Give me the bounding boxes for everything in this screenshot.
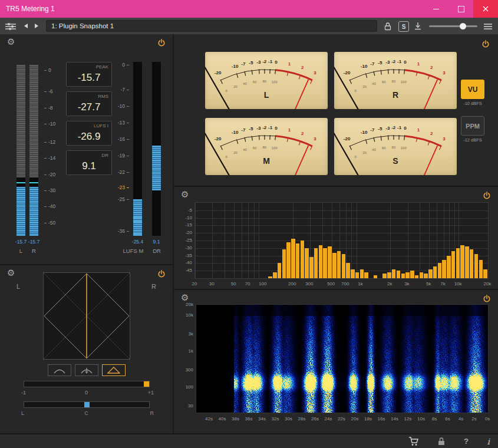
grid-line <box>420 203 420 278</box>
x-axis-label: 500 <box>327 281 335 286</box>
vectorscope-panel: ⚙ L R -1 0 +1 L C R <box>0 265 173 433</box>
svg-text:R: R <box>393 90 398 100</box>
grid-line <box>234 203 235 278</box>
shop-button[interactable] <box>408 434 419 448</box>
menu-button[interactable] <box>483 23 493 30</box>
peak-readout-label: PEAK <box>96 64 108 70</box>
svg-text:-20: -20 <box>215 136 222 141</box>
vectorscope-left-label: L <box>17 283 20 290</box>
scale-tick-label: -14 <box>42 155 55 161</box>
power-button[interactable] <box>157 270 166 278</box>
bottombar: ? i <box>0 433 498 448</box>
svg-text:-7: -7 <box>241 127 246 133</box>
svg-text:-3: -3 <box>256 60 261 65</box>
spectrum-bar <box>278 263 282 278</box>
settings-gear-icon[interactable]: ⚙ <box>7 268 15 278</box>
dr-readout-value: 9.1 <box>67 160 111 172</box>
spectrum-bar <box>465 246 469 278</box>
mode-lissajous-button[interactable] <box>102 364 126 376</box>
y-axis-label: -25 <box>185 238 192 243</box>
scale-tick-label: -13 <box>118 120 131 126</box>
solo-button[interactable]: S <box>398 21 409 32</box>
lufs-i-readout-value: -26.9 <box>67 131 111 143</box>
power-button[interactable] <box>483 295 491 303</box>
minimize-icon <box>433 9 439 9</box>
zoom-slider[interactable] <box>429 25 477 27</box>
peak-hold-line <box>29 182 38 183</box>
peak-readout-value: -15.7 <box>67 72 111 84</box>
rms-readout-label: RMS <box>98 94 108 99</box>
vu-meter-face: -20-10-7-5-3-2-10123020406080100S <box>334 118 457 175</box>
right-meter-label: R <box>25 248 43 254</box>
svg-text:3: 3 <box>443 136 446 141</box>
previous-snapshot-button[interactable] <box>24 23 28 29</box>
svg-text:-5: -5 <box>378 60 382 65</box>
y-axis-label: 1k <box>189 348 193 354</box>
svg-text:1: 1 <box>288 61 291 67</box>
lock-button[interactable] <box>384 22 391 31</box>
power-icon <box>483 295 491 303</box>
balance-slider-thumb[interactable] <box>144 381 149 387</box>
minimize-button[interactable] <box>424 0 448 18</box>
spectrum-bar <box>483 269 487 278</box>
svg-text:0: 0 <box>275 126 278 131</box>
preset-download-button[interactable] <box>414 22 422 30</box>
spectrum-bar <box>442 260 446 278</box>
power-button[interactable] <box>481 40 490 48</box>
x-axis-label: 8s <box>432 416 437 421</box>
spectrum-bar <box>342 254 346 278</box>
pan-slider-thumb[interactable] <box>84 402 90 407</box>
power-button[interactable] <box>483 192 491 200</box>
settings-gear-icon[interactable]: ⚙ <box>7 37 15 47</box>
scale-tick-label: -10 <box>42 121 55 127</box>
spectrum-bar <box>328 246 332 278</box>
grid-line <box>254 203 255 278</box>
dr-range-bar <box>152 146 161 191</box>
x-axis-label: 16s <box>378 416 385 421</box>
balance-slider[interactable] <box>24 381 150 387</box>
close-button[interactable] <box>473 0 498 18</box>
settings-gear-icon[interactable]: ⚙ <box>181 189 189 200</box>
y-axis-label: 100 <box>186 384 193 390</box>
spectrum-bar <box>360 269 364 278</box>
grid-line <box>429 203 430 278</box>
next-snapshot-button[interactable] <box>34 23 39 29</box>
svg-text:-5: -5 <box>249 126 253 131</box>
zoom-slider-thumb[interactable] <box>460 23 466 29</box>
dr-meter <box>152 62 161 236</box>
mode-needle-button[interactable] <box>75 364 98 376</box>
x-axis-label: 18s <box>364 416 372 421</box>
svg-text:60: 60 <box>382 146 386 150</box>
vu-mode-button[interactable]: VU <box>461 80 484 99</box>
svg-text:80: 80 <box>391 146 395 149</box>
scale-tick-label: -19 <box>118 153 131 159</box>
x-axis-label: 200 <box>288 281 296 286</box>
mixer-sliders-icon <box>5 22 17 31</box>
help-button[interactable]: ? <box>464 434 469 448</box>
preferences-mixer-button[interactable] <box>5 22 17 31</box>
x-axis-label: 20 <box>192 281 197 286</box>
meter-headroom-zone <box>17 65 25 177</box>
x-axis-label: 26s <box>311 416 319 421</box>
svg-text:40: 40 <box>243 148 247 151</box>
x-axis-label: 30 <box>209 281 215 286</box>
svg-text:L: L <box>264 90 269 100</box>
spectrum-bar <box>268 276 272 278</box>
x-axis-label: 5k <box>426 281 431 286</box>
y-axis-label: -15 <box>185 222 192 228</box>
svg-text:-5: -5 <box>249 60 253 65</box>
maximize-button[interactable] <box>448 0 473 18</box>
power-icon <box>157 270 166 278</box>
snapshot-selector[interactable]: 1: Plugin Snapshot 1 <box>46 20 377 32</box>
mode-cloud-button[interactable] <box>48 364 71 376</box>
authorize-button[interactable] <box>438 434 445 448</box>
spectrum-bar <box>428 269 433 278</box>
x-axis-label: 3k <box>404 281 409 286</box>
spectrum-bar <box>273 272 277 278</box>
vu-meter-r: -20-10-7-5-3-2-10123020406080100R <box>334 52 457 109</box>
pan-slider[interactable] <box>24 401 150 408</box>
info-button[interactable]: i <box>487 434 490 448</box>
ppm-mode-button[interactable]: PPM <box>461 116 484 136</box>
scale-tick-label: -10 <box>118 103 131 109</box>
power-button[interactable] <box>157 39 166 47</box>
